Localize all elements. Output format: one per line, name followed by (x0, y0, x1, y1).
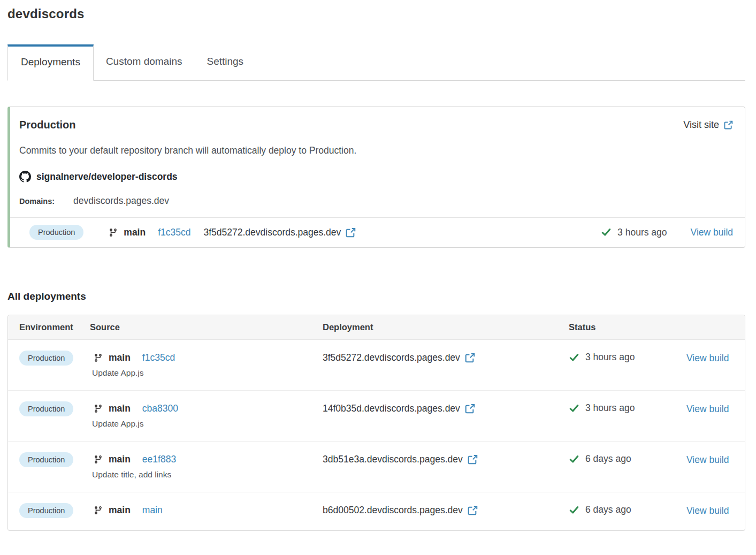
git-branch-icon (94, 455, 103, 464)
tab-bar: Deployments Custom domains Settings (7, 44, 745, 81)
column-header-deployment: Deployment (323, 322, 569, 332)
status-cell: 3 hours ago (569, 402, 686, 414)
commit-link[interactable]: ee1f883 (142, 454, 176, 465)
all-deployments-title: All deployments (7, 291, 745, 302)
table-row: Production main cba8300 Update App.js 14… (8, 390, 745, 441)
production-card-title: Production (19, 119, 76, 131)
status-time: 3 hours ago (585, 352, 635, 363)
view-build-link[interactable]: View build (691, 227, 733, 238)
git-branch-icon (94, 506, 103, 515)
deployment-cell: 3f5d5272.devdiscords.pages.dev (323, 352, 569, 363)
success-check-icon (569, 505, 579, 515)
source-cell: main cba8300 Update App.js (90, 401, 323, 429)
success-check-icon (601, 227, 612, 238)
view-build-link[interactable]: View build (686, 404, 729, 414)
visit-site-link[interactable]: Visit site (683, 119, 733, 131)
deployment-url-external-link[interactable] (341, 227, 356, 238)
environment-cell: Production (19, 401, 90, 416)
column-header-status: Status (569, 322, 686, 332)
domains-row: Domains: devdiscords.pages.dev (19, 195, 733, 207)
deployments-table: Environment Source Deployment Status Pro… (7, 315, 745, 531)
production-deployment-row: Production main f1c35cd 3f5d5272.devdisc… (10, 217, 745, 247)
action-cell: View build (686, 454, 734, 466)
branch-name: main (124, 227, 146, 238)
view-build-link[interactable]: View build (686, 353, 729, 363)
branch-name: main (109, 454, 131, 465)
external-link-icon (465, 353, 475, 363)
page: devdiscords Deployments Custom domains S… (0, 0, 756, 544)
deployment-cell: b6d00502.devdiscords.pages.dev (323, 505, 569, 516)
deployment-url: 3db51e3a.devdiscords.pages.dev (323, 454, 463, 465)
deployment-cell: 14f0b35d.devdiscords.pages.dev (323, 403, 569, 414)
success-check-icon (569, 403, 579, 414)
git-branch-icon (94, 404, 103, 413)
action-cell: View build (686, 353, 734, 364)
repo-name: signalnerve/developer-discords (36, 171, 178, 183)
page-title: devdiscords (7, 6, 745, 21)
environment-cell: Production (19, 503, 90, 518)
table-row: Production main main b6d00502.devdiscord… (8, 492, 745, 530)
environment-cell: Production (19, 452, 90, 467)
status-cell: 6 days ago (569, 504, 686, 515)
table-row: Production main f1c35cd Update App.js 3f… (8, 340, 745, 390)
environment-badge: Production (19, 401, 73, 416)
status-time: 6 days ago (585, 504, 631, 515)
commit-message: Update App.js (92, 419, 323, 429)
git-branch-icon (94, 353, 103, 362)
deployment-url: 3f5d5272.devdiscords.pages.dev (323, 352, 460, 363)
repo-link[interactable]: signalnerve/developer-discords (19, 171, 733, 183)
source-cell: main main (90, 503, 323, 516)
status-time: 3 hours ago (585, 402, 635, 414)
deployment-url: 14f0b35d.devdiscords.pages.dev (323, 403, 460, 414)
commit-message: Update title, add links (92, 470, 323, 480)
view-build-link[interactable]: View build (686, 505, 729, 516)
deployment-url-external-link[interactable] (468, 505, 478, 515)
environment-badge: Production (19, 452, 73, 467)
status-cell: 6 days ago (569, 453, 686, 465)
source-cell: main ee1f883 Update title, add links (90, 452, 323, 480)
commit-link[interactable]: f1c35cd (158, 227, 190, 238)
column-header-environment: Environment (19, 322, 90, 332)
commit-link[interactable]: cba8300 (142, 403, 178, 414)
branch-name: main (109, 403, 131, 414)
tab-settings[interactable]: Settings (194, 44, 256, 80)
commit-link[interactable]: f1c35cd (142, 352, 175, 363)
success-check-icon (569, 352, 579, 363)
success-check-icon (569, 454, 579, 465)
deployment-url-external-link[interactable] (465, 404, 475, 414)
tab-custom-domains[interactable]: Custom domains (94, 44, 195, 80)
column-header-source: Source (90, 322, 323, 332)
deployment-url-external-link[interactable] (468, 454, 478, 465)
external-link-icon (346, 227, 356, 238)
environment-badge: Production (29, 225, 83, 240)
deployment-url-external-link[interactable] (465, 353, 475, 363)
deployment-cell: 3db51e3a.devdiscords.pages.dev (323, 454, 569, 465)
environment-badge: Production (19, 503, 73, 518)
production-card: Production Visit site Commits to your de… (7, 107, 745, 248)
deployment-url: 3f5d5272.devdiscords.pages.dev (203, 227, 341, 238)
branch-name: main (109, 505, 131, 516)
status-time: 6 days ago (585, 453, 631, 465)
tab-deployments[interactable]: Deployments (7, 44, 94, 81)
environment-badge: Production (19, 351, 73, 366)
domains-value: devdiscords.pages.dev (73, 195, 169, 207)
production-description: Commits to your default repository branc… (19, 145, 733, 156)
domains-label: Domains: (19, 197, 55, 206)
action-cell: View build (686, 505, 734, 516)
github-icon (19, 171, 31, 183)
table-row: Production main ee1f883 Update title, ad… (8, 441, 745, 492)
action-cell: View build (686, 404, 734, 415)
table-header: Environment Source Deployment Status (8, 315, 745, 340)
view-build-link[interactable]: View build (686, 454, 729, 465)
deployment-url: b6d00502.devdiscords.pages.dev (323, 505, 463, 516)
external-link-icon (724, 120, 733, 130)
status-time: 3 hours ago (617, 227, 667, 238)
commit-link[interactable]: main (142, 505, 163, 516)
table-body: Production main f1c35cd Update App.js 3f… (8, 340, 745, 530)
environment-cell: Production (19, 351, 90, 366)
status-cell: 3 hours ago (569, 352, 686, 363)
source-cell: main f1c35cd Update App.js (90, 351, 323, 378)
external-link-icon (468, 505, 478, 515)
branch-name: main (109, 352, 131, 363)
visit-site-label: Visit site (683, 119, 719, 131)
